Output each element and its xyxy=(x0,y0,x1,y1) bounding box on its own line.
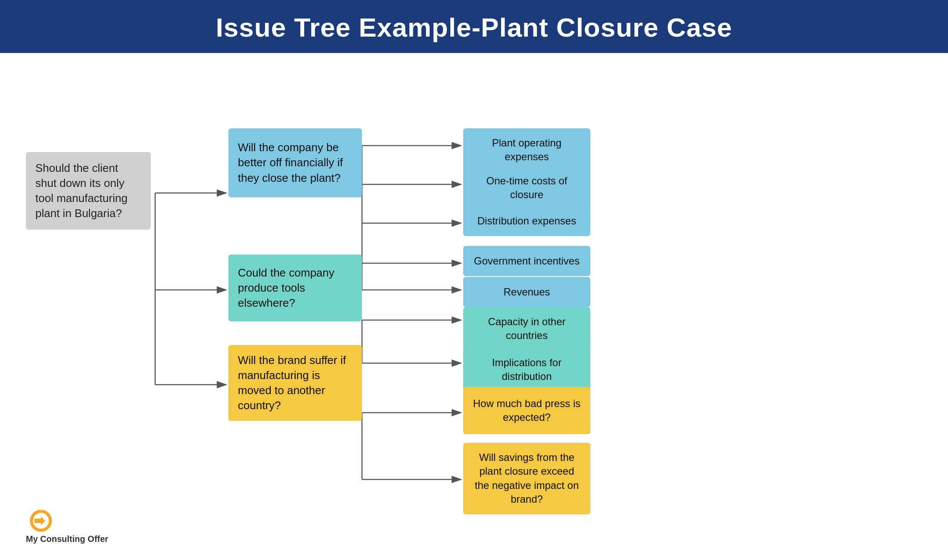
logo-icon xyxy=(26,509,56,532)
leaf8-node: How much bad press is expected? xyxy=(463,387,590,434)
root-node: Should the client shut down its only too… xyxy=(26,152,151,230)
svg-marker-2 xyxy=(34,516,45,525)
leaf4-node: Government incentives xyxy=(463,246,590,276)
main-content: Should the client shut down its only too… xyxy=(0,53,948,557)
logo-area: My Consulting Offer xyxy=(26,509,108,544)
leaf6-node: Capacity in other countries xyxy=(463,307,590,351)
branch3-node: Will the brand suffer if manufacturing i… xyxy=(228,345,362,421)
leaf3-node: Distribution expenses xyxy=(463,206,590,236)
leaf9-node: Will savings from the plant closure exce… xyxy=(463,443,590,514)
logo-text: My Consulting Offer xyxy=(26,534,108,544)
header: Issue Tree Example-Plant Closure Case xyxy=(0,0,948,53)
leaf2-node: One-time costs of closure xyxy=(463,166,590,210)
page-title: Issue Tree Example-Plant Closure Case xyxy=(0,12,948,43)
leaf1-node: Plant operating expenses xyxy=(463,128,590,172)
branch1-node: Will the company be better off financial… xyxy=(228,128,362,197)
leaf7-node: Implications for distribution xyxy=(463,348,590,392)
branch2-node: Could the company produce tools elsewher… xyxy=(228,255,362,321)
leaf5-node: Revenues xyxy=(463,277,590,307)
